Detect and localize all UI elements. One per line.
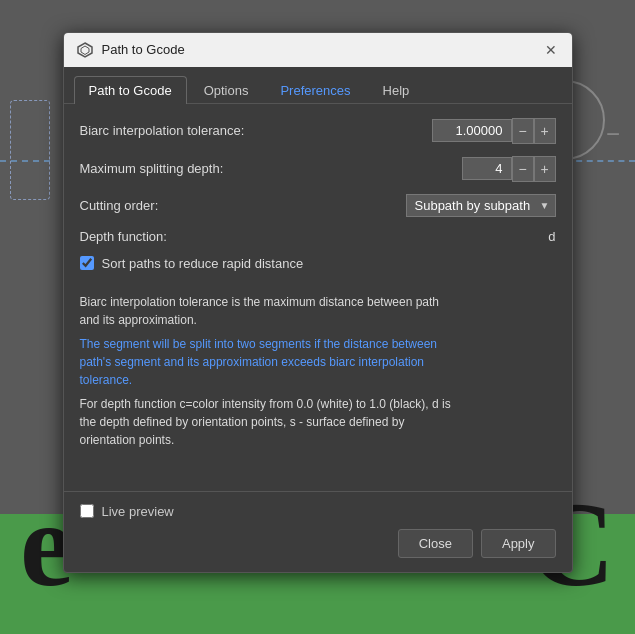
- splitting-label: Maximum splitting depth:: [80, 161, 462, 176]
- splitting-input-group: − +: [462, 156, 556, 182]
- sort-checkbox[interactable]: [80, 256, 94, 270]
- background-shape-left: [10, 100, 50, 200]
- close-button[interactable]: Close: [398, 529, 473, 558]
- tab-preferences[interactable]: Preferences: [265, 76, 365, 104]
- biarc-minus-btn[interactable]: −: [512, 118, 534, 144]
- tab-bar: Path to Gcode Options Preferences Help: [64, 67, 572, 104]
- live-preview-checkbox[interactable]: [80, 504, 94, 518]
- cutting-row: Cutting order: Subpath by subpath By lay…: [80, 194, 556, 217]
- title-left: Path to Gcode: [76, 41, 185, 59]
- biarc-row: Biarc interpolation tolerance: − +: [80, 118, 556, 144]
- biarc-label: Biarc interpolation tolerance:: [80, 123, 432, 138]
- live-preview-label: Live preview: [102, 504, 174, 519]
- apply-button[interactable]: Apply: [481, 529, 556, 558]
- splitting-row: Maximum splitting depth: − +: [80, 156, 556, 182]
- tab-help[interactable]: Help: [368, 76, 425, 104]
- live-preview-row: Live preview: [64, 504, 572, 519]
- splitting-plus-btn[interactable]: +: [534, 156, 556, 182]
- info-p2: The segment will be split into two segme…: [80, 335, 556, 389]
- dialog-footer: Close Apply: [64, 519, 572, 572]
- cutting-select[interactable]: Subpath by subpath By layer Optimize: [406, 194, 556, 217]
- close-icon[interactable]: ✕: [542, 41, 560, 59]
- dialog-titlebar: Path to Gcode ✕: [64, 33, 572, 67]
- info-p3: For depth function c=color intensity fro…: [80, 395, 556, 449]
- cutting-select-wrapper: Subpath by subpath By layer Optimize ▼: [406, 194, 556, 217]
- sort-checkbox-row: Sort paths to reduce rapid distance: [80, 256, 556, 271]
- tab-options[interactable]: Options: [189, 76, 264, 104]
- depth-label: Depth function:: [80, 229, 549, 244]
- dialog-title: Path to Gcode: [102, 42, 185, 57]
- splitting-minus-btn[interactable]: −: [512, 156, 534, 182]
- dialog: Path to Gcode ✕ Path to Gcode Options Pr…: [63, 32, 573, 573]
- sort-checkbox-label: Sort paths to reduce rapid distance: [102, 256, 304, 271]
- svg-marker-1: [81, 46, 89, 55]
- info-p1: Biarc interpolation tolerance is the max…: [80, 293, 556, 329]
- divider: [64, 491, 572, 492]
- dialog-content: Biarc interpolation tolerance: − + Maxim…: [64, 104, 572, 491]
- info-box: Biarc interpolation tolerance is the max…: [80, 285, 556, 463]
- depth-row: Depth function: d: [80, 229, 556, 244]
- depth-value: d: [548, 229, 555, 244]
- background-minus: −: [606, 120, 620, 148]
- cutting-label: Cutting order:: [80, 198, 406, 213]
- biarc-input[interactable]: [432, 119, 512, 142]
- splitting-input[interactable]: [462, 157, 512, 180]
- biarc-plus-btn[interactable]: +: [534, 118, 556, 144]
- tab-path-to-gcode[interactable]: Path to Gcode: [74, 76, 187, 104]
- dialog-icon: [76, 41, 94, 59]
- biarc-input-group: − +: [432, 118, 556, 144]
